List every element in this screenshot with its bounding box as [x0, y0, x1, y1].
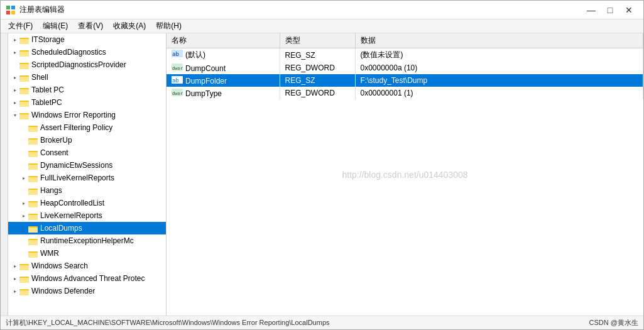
maximize-button[interactable]: □ [601, 1, 619, 19]
expand-arrow[interactable]: ▸ [19, 211, 28, 220]
registry-data-table: 名称 类型 数据 ab (默认)REG_SZ(数值未设置) dword Dump… [166, 33, 643, 99]
menu-favorites[interactable]: 收藏夹(A) [108, 19, 151, 33]
col-type: 类型 [280, 33, 355, 48]
tree-item-LiveKernelReports[interactable]: ▸ LiveKernelReports [8, 209, 166, 222]
menu-view[interactable]: 查看(V) [73, 19, 108, 33]
tree-item-WindowsSearch[interactable]: ▸ Windows Search [8, 260, 166, 272]
app-icon [6, 5, 16, 15]
folder-icon [28, 123, 38, 132]
svg-rect-12 [19, 64, 29, 69]
expand-arrow[interactable]: ▸ [19, 199, 28, 207]
table-row[interactable]: ab DumpFolderREG_SZF:\study_Test\Dump [166, 74, 643, 87]
expand-arrow[interactable] [19, 186, 28, 195]
tree-item-BrokerUp[interactable]: BrokerUp [8, 134, 166, 146]
tree-item-label: ScheduledDiagnostics [31, 48, 106, 57]
reg-type-cell: REG_DWORD [280, 87, 355, 99]
tree-item-TabletPC2[interactable]: ▸ TabletPC [8, 96, 166, 109]
tree-item-ITStorage[interactable]: ▸ ITStorage [8, 33, 166, 46]
registry-path: 计算机\HKEY_LOCAL_MACHINE\SOFTWARE\Microsof… [6, 318, 330, 327]
tree-item-Shell[interactable]: ▸ Shell [8, 71, 166, 84]
left-stripe [1, 33, 8, 316]
tree-item-Consent[interactable]: Consent [8, 146, 166, 159]
folder-icon [19, 98, 30, 107]
expand-arrow[interactable]: ▸ [11, 48, 19, 57]
tree-item-FullLiveKernelReports[interactable]: ▸ FullLiveKernelReports [8, 172, 166, 184]
tree-item-LocalDumps[interactable]: LocalDumps [8, 222, 166, 234]
svg-rect-63 [19, 278, 29, 283]
tree-item-label: Assert Filtering Policy [40, 123, 112, 132]
status-bar: 计算机\HKEY_LOCAL_MACHINE\SOFTWARE\Microsof… [1, 316, 643, 329]
expand-arrow[interactable] [19, 136, 28, 145]
reg-data-cell: F:\study_Test\Dump [355, 74, 643, 87]
expand-arrow[interactable]: ▸ [11, 98, 19, 107]
reg-name-text: DumpFolder [185, 77, 227, 85]
svg-rect-36 [28, 165, 38, 170]
sidebar-tree[interactable]: ▸ ITStorage▸ ScheduledDiagnostics Script… [8, 33, 166, 316]
expand-arrow[interactable]: ▸ [11, 261, 19, 270]
table-row[interactable]: ab (默认)REG_SZ(数值未设置) [166, 48, 643, 62]
minimize-button[interactable]: — [582, 1, 601, 19]
svg-rect-51 [28, 228, 38, 233]
folder-icon [19, 48, 30, 57]
expand-arrow[interactable]: ▸ [11, 274, 19, 283]
tree-item-AssertFilteringPolicy[interactable]: Assert Filtering Policy [8, 121, 166, 134]
tree-item-label: LocalDumps [40, 224, 82, 233]
tree-item-DynamicEtwSessions[interactable]: DynamicEtwSessions [8, 159, 166, 172]
svg-rect-54 [28, 240, 38, 245]
expand-arrow[interactable] [19, 236, 28, 245]
tree-item-ScriptedDiagnosticsProvider[interactable]: ScriptedDiagnosticsProvider [8, 58, 166, 71]
folder-icon [28, 161, 38, 170]
menu-help[interactable]: 帮助(H) [151, 19, 187, 33]
expand-arrow[interactable] [11, 60, 19, 69]
expand-arrow[interactable]: ▸ [11, 287, 19, 295]
tree-item-label: FullLiveKernelReports [40, 173, 114, 182]
expand-arrow[interactable] [19, 148, 28, 157]
content-area: ▸ ITStorage▸ ScheduledDiagnostics Script… [1, 33, 643, 316]
svg-rect-15 [19, 77, 29, 82]
brand-label: CSDN @黄水生 [589, 318, 638, 327]
svg-rect-39 [28, 177, 38, 182]
tree-item-RuntimeExceptionHelperMc[interactable]: RuntimeExceptionHelperMc [8, 234, 166, 247]
tree-item-TabletPC[interactable]: ▸ Tablet PC [8, 84, 166, 96]
tree-item-label: Hangs [40, 186, 62, 195]
tree-item-WMR[interactable]: WMR [8, 247, 166, 260]
table-row[interactable]: dword DumpTypeREG_DWORD0x00000001 (1) [166, 87, 643, 99]
svg-rect-57 [28, 253, 38, 258]
registry-table[interactable]: 名称 类型 数据 ab (默认)REG_SZ(数值未设置) dword Dump… [166, 33, 643, 316]
reg-name-cell: ab DumpFolder [166, 74, 280, 87]
expand-arrow[interactable] [19, 161, 28, 170]
tree-item-WindowsAdvancedThreatProtec[interactable]: ▸ Windows Advanced Threat Protec [8, 272, 166, 285]
folder-icon [28, 249, 38, 258]
tree-item-label: RuntimeExceptionHelperMc [40, 236, 134, 245]
expand-arrow[interactable]: ▸ [19, 173, 28, 182]
expand-arrow[interactable]: ▸ [11, 73, 19, 82]
window-title: 注册表编辑器 [19, 4, 582, 15]
menu-edit[interactable]: 编辑(E) [38, 19, 73, 33]
expand-arrow[interactable]: ▾ [11, 111, 19, 119]
expand-arrow[interactable] [19, 249, 28, 258]
expand-arrow[interactable] [19, 123, 28, 132]
tree-item-WindowsErrorReporting[interactable]: ▾ Windows Error Reporting [8, 109, 166, 121]
svg-rect-21 [19, 102, 29, 107]
menu-file[interactable]: 文件(F) [3, 19, 38, 33]
svg-rect-42 [28, 190, 38, 195]
expand-arrow[interactable]: ▸ [11, 35, 19, 44]
expand-arrow[interactable]: ▸ [11, 85, 19, 94]
folder-icon [28, 224, 38, 233]
tree-item-HeapControlledList[interactable]: ▸ HeapControlledList [8, 197, 166, 209]
reg-name-text: DumpType [185, 89, 222, 98]
folder-icon [19, 287, 30, 295]
close-button[interactable]: ✕ [619, 1, 638, 19]
tree-item-label: Consent [40, 148, 68, 157]
tree-item-label: TabletPC [31, 98, 62, 107]
svg-rect-3 [11, 11, 15, 14]
tree-item-WindowsDefender[interactable]: ▸ Windows Defender [8, 285, 166, 297]
reg-sz-icon: ab [172, 50, 183, 57]
tree-item-Hangs[interactable]: Hangs [8, 184, 166, 197]
svg-text:ab: ab [172, 77, 179, 84]
expand-arrow[interactable] [19, 224, 28, 233]
table-row[interactable]: dword DumpCountREG_DWORD0x0000000a (10) [166, 62, 643, 74]
folder-icon [28, 148, 38, 157]
tree-item-ScheduledDiagnostics[interactable]: ▸ ScheduledDiagnostics [8, 46, 166, 58]
folder-icon [28, 136, 38, 145]
